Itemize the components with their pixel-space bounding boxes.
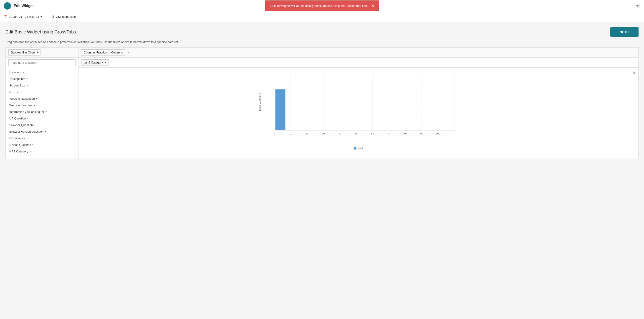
attr-label: Browser Version Question xyxy=(9,130,44,133)
list-item[interactable]: NPS▾ xyxy=(6,89,78,95)
chart-type-dropdown-arrow: ▾ xyxy=(36,51,38,54)
attr-dropdown-arrow: ▾ xyxy=(36,98,37,100)
back-button[interactable]: ← xyxy=(4,2,11,10)
svg-text:100: 100 xyxy=(436,132,440,135)
list-item[interactable]: Screen Size▾ xyxy=(6,82,78,89)
date-dropdown-arrow: ▾ xyxy=(40,15,42,18)
legend-label: null xyxy=(358,146,363,150)
attr-label: NPS Category xyxy=(9,150,28,153)
svg-rect-13 xyxy=(276,90,286,130)
filter-separator: | xyxy=(47,15,48,19)
attr-label: Browser Question xyxy=(9,123,33,127)
list-item[interactable]: Location-▾ xyxy=(6,69,78,76)
date-range-text: 01 Jan '21 - 24 May '21 xyxy=(9,15,39,18)
attr-dropdown-arrow: ▾ xyxy=(23,71,24,74)
list-item[interactable]: Website Navigation▾ xyxy=(6,95,78,102)
attr-label: Device Question xyxy=(9,143,31,146)
svg-text:70: 70 xyxy=(388,132,390,135)
svg-text:0: 0 xyxy=(274,132,275,135)
svg-text:10: 10 xyxy=(289,132,292,135)
right-panel: Count as Fraction of Columns ⤢ test4 Cat… xyxy=(78,48,638,158)
attr-dropdown-arrow: ▾ xyxy=(28,137,29,140)
date-filter[interactable]: 📅 01 Jan '21 - 24 May '21 ▾ xyxy=(4,15,42,18)
list-item[interactable]: Touchpoints▾ xyxy=(6,76,78,82)
chart-area-header: test4 Category ▾ xyxy=(78,58,638,68)
attr-label: UA Question xyxy=(9,117,26,120)
attr-dropdown-arrow: ▾ xyxy=(34,104,35,106)
page-title: Edit Basic Widget using CrossTabs xyxy=(6,29,76,34)
list-item[interactable]: Device Question▾ xyxy=(6,142,78,148)
category-label: test4 Category xyxy=(84,61,103,64)
svg-text:40: 40 xyxy=(338,132,341,135)
svg-text:90: 90 xyxy=(420,132,423,135)
attr-label: OS Question xyxy=(9,136,26,140)
list-item[interactable]: Browser Question▾ xyxy=(6,122,78,128)
chart-controls: Count as Fraction of Columns ⤢ xyxy=(78,48,638,58)
category-select-button[interactable]: test4 Category ▾ xyxy=(81,60,108,66)
next-button[interactable]: NEXT xyxy=(610,27,638,37)
list-item[interactable]: Information you looking for▾ xyxy=(6,108,78,115)
attr-label: Touchpoints xyxy=(9,77,25,80)
chart-type-label: Stacked Bar Chart xyxy=(11,51,35,54)
bar-chart: test4 Category 0 10 20 30 40 50 60 70 80… xyxy=(82,71,635,144)
toast-close-button[interactable]: ✕ xyxy=(371,4,374,8)
chart-legend: null xyxy=(82,146,635,150)
responses-filter[interactable]: ⊻ 982 responses xyxy=(52,15,76,18)
filter-bar: 📅 01 Jan '21 - 24 May '21 ▾ | ⊻ 982 resp… xyxy=(0,12,644,22)
filter-icon: ⊻ xyxy=(52,15,54,18)
search-box xyxy=(6,58,78,68)
chart-container: ≡ xyxy=(78,68,638,158)
responses-label: responses xyxy=(62,15,76,18)
list-item[interactable]: Website Features▾ xyxy=(6,102,78,108)
expand-icon[interactable]: ⤢ xyxy=(127,51,130,54)
chart-type-selector: Stacked Bar Chart ▾ xyxy=(6,48,78,58)
attr-dropdown-arrow: ▾ xyxy=(17,91,18,93)
svg-text:80: 80 xyxy=(404,132,406,135)
list-item[interactable]: Browser Version Question▾ xyxy=(6,128,78,135)
list-item[interactable]: UA Question▾ xyxy=(6,115,78,122)
toast-notification: Edits to widgets will automatically refl… xyxy=(265,0,379,11)
svg-text:test4 Category: test4 Category xyxy=(258,93,262,111)
toast-message: Edits to widgets will automatically refl… xyxy=(270,4,368,8)
responses-count: 982 xyxy=(56,15,61,18)
svg-text:20: 20 xyxy=(306,132,308,135)
top-bar: ← Edit Widget Edits to widgets will auto… xyxy=(0,0,644,12)
database-icon: 🗄 xyxy=(635,3,640,9)
svg-text:60: 60 xyxy=(371,132,374,135)
main-content: Edit Basic Widget using CrossTabs NEXT D… xyxy=(0,22,644,159)
calendar-icon: 📅 xyxy=(4,15,7,18)
instruction-text: Drag and drop the attributes and chose a… xyxy=(6,40,638,44)
svg-text:50: 50 xyxy=(355,132,357,135)
page-header: Edit Basic Widget using CrossTabs NEXT xyxy=(6,27,638,37)
top-bar-right: 🗄 xyxy=(635,3,640,9)
attr-dropdown-arrow: ▾ xyxy=(32,144,34,146)
count-fraction-button[interactable]: Count as Fraction of Columns xyxy=(81,49,125,56)
chart-menu-icon[interactable]: ≡ xyxy=(633,70,636,75)
category-dropdown-arrow: ▾ xyxy=(104,61,106,64)
left-panel: Stacked Bar Chart ▾ Location-▾Touchpoint… xyxy=(6,48,78,158)
attr-dropdown-arrow: ▾ xyxy=(46,110,47,113)
attributes-list: Location-▾Touchpoints▾Screen Size▾NPS▾We… xyxy=(6,68,78,158)
attr-dropdown-arrow: ▾ xyxy=(26,78,28,80)
list-item[interactable]: OS Question▾ xyxy=(6,135,78,142)
page-header-title: Edit Widget xyxy=(14,4,34,8)
attr-dropdown-arrow: ▾ xyxy=(27,117,28,120)
legend-dot xyxy=(354,147,356,150)
chart-type-button[interactable]: Stacked Bar Chart ▾ xyxy=(8,49,40,56)
attr-label: Website Features xyxy=(9,104,32,107)
search-input[interactable] xyxy=(8,60,76,66)
list-item[interactable]: NPS Category▾ xyxy=(6,148,78,155)
attr-label: Website Navigation xyxy=(9,97,35,100)
attr-dropdown-arrow: ▾ xyxy=(26,84,28,87)
attr-label: Screen Size xyxy=(9,84,25,87)
attr-label: Location- xyxy=(9,70,22,74)
attr-dropdown-arrow: ▾ xyxy=(30,150,31,153)
attr-label: Information you looking for xyxy=(9,110,44,114)
widget-editor: Stacked Bar Chart ▾ Location-▾Touchpoint… xyxy=(6,47,638,159)
attr-dropdown-arrow: ▾ xyxy=(34,124,35,126)
attr-dropdown-arrow: ▾ xyxy=(45,130,46,133)
svg-text:30: 30 xyxy=(322,132,324,135)
attr-label: NPS xyxy=(9,90,16,94)
